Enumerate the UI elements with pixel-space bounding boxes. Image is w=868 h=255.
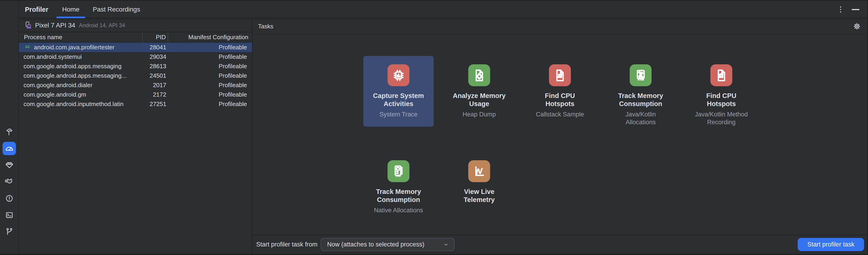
task-card-icon — [714, 68, 729, 83]
sidebar-item-icon — [5, 227, 14, 236]
tab-bar: Profiler Home Past Recordings — [19, 1, 867, 19]
task-card-system-trace[interactable]: Capture System Activities System Trace — [364, 56, 434, 127]
process-manifest-cell: Profileable — [168, 53, 252, 60]
task-card-subtitle: System Trace — [379, 110, 417, 119]
device-bar[interactable]: Pixel 7 API 34 Android 14, API 34 — [19, 19, 252, 32]
sidebar-item-build[interactable] — [3, 125, 16, 138]
process-row-systemui[interactable]: com.android.systemui 29034 Profileable — [19, 52, 252, 62]
process-name-cell: com.google.android.apps.messaging — [19, 63, 143, 70]
device-details: Android 14, API 34 — [79, 22, 125, 29]
task-card-callstack-sample[interactable]: Find CPU Hotspots Callstack Sample — [525, 56, 595, 127]
device-icon — [24, 21, 33, 30]
task-card-heap-dump[interactable]: Analyze Memory Usage Heap Dump — [444, 56, 515, 127]
task-card-grid: Capture System Activities System Trace A… — [364, 56, 756, 222]
task-card-title: Analyze Memory Usage — [449, 92, 509, 108]
process-name-cell: android.com.java.profilertester — [19, 43, 143, 52]
process-name-cell: com.google.android.gm — [19, 91, 143, 98]
task-card-title: Find CPU Hotspots — [691, 92, 751, 108]
task-card-icon — [472, 164, 487, 179]
task-card-live-telemetry[interactable]: View Live Telemetry — [444, 152, 515, 222]
process-manifest-cell: Profileable — [168, 82, 252, 89]
tab-home[interactable]: Home — [61, 1, 81, 18]
column-header-manifest-configuration[interactable]: Manifest Configuration — [168, 32, 252, 42]
profiler-tool-window: Profiler Home Past Recordings — [0, 0, 868, 255]
task-card-title: Find CPU Hotspots — [530, 92, 590, 108]
start-from-dropdown[interactable]: Now (attaches to selected process) — [321, 238, 455, 251]
process-pid-cell: 2172 — [143, 91, 168, 98]
task-card-icon — [391, 68, 406, 83]
task-card-subtitle: Java/Kotlin Method Recording — [692, 110, 750, 126]
process-pid-cell: 27251 — [143, 100, 168, 108]
minimize-icon[interactable] — [851, 9, 860, 10]
sidebar-item-icon — [5, 210, 14, 220]
task-card-icon-tile — [388, 64, 409, 86]
sidebar-item-terminal[interactable] — [3, 208, 16, 222]
task-card-icon-tile — [549, 64, 571, 86]
process-pid-cell: 28613 — [143, 63, 168, 70]
process-pid-cell: 24501 — [143, 72, 168, 79]
sidebar-item-app-quality-insights[interactable] — [3, 158, 16, 172]
process-table-rows: android.com.java.profilertester 28041 Pr… — [19, 43, 252, 254]
tool-window-stripe — [0, 1, 19, 254]
tasks-title: Tasks — [258, 23, 273, 30]
process-manifest-cell: Profileable — [168, 63, 252, 70]
sidebar-item-icon — [5, 127, 14, 137]
process-row-messaging-2[interactable]: com.google.android.apps.messaging... 245… — [19, 71, 252, 81]
task-card-icon-tile — [468, 160, 490, 182]
process-panel: Pixel 7 API 34 Android 14, API 34 Proces… — [19, 19, 252, 254]
task-card-icon — [472, 68, 487, 83]
task-card-icon-tile — [630, 64, 652, 86]
sidebar-item-icon — [5, 194, 14, 203]
gear-icon[interactable] — [852, 22, 862, 31]
process-manifest-cell: Profileable — [168, 91, 252, 98]
task-card-title: Capture System Activities — [368, 92, 429, 108]
task-card-subtitle: Native Allocations — [374, 206, 423, 215]
process-manifest-cell: Profileable — [168, 100, 252, 108]
process-row-inputmethod-latin[interactable]: com.google.android.inputmethod.latin 272… — [19, 99, 252, 109]
sidebar-item-icon — [5, 160, 14, 170]
process-pid-cell: 29034 — [143, 53, 168, 60]
sidebar-item-profiler[interactable] — [3, 142, 16, 155]
start-profiler-task-button[interactable]: Start profiler task — [798, 238, 864, 251]
task-card-native-allocations[interactable]: Track Memory Consumption Native Allocati… — [364, 152, 434, 222]
task-card-icon-tile — [388, 160, 409, 182]
process-name-cell: com.google.android.inputmethod.latin — [19, 100, 143, 108]
task-card-icon-tile — [711, 64, 733, 86]
process-name-cell: com.google.android.dialer — [19, 82, 143, 89]
tab-label: Past Recordings — [93, 6, 140, 13]
process-row-profilertester[interactable]: android.com.java.profilertester 28041 Pr… — [19, 43, 252, 52]
process-name-cell: com.android.systemui — [19, 53, 143, 60]
task-card-title: Track Memory Consumption — [368, 188, 429, 204]
task-card-icon-tile — [468, 64, 490, 86]
chevron-down-icon — [442, 241, 450, 248]
task-card-title: View Live Telemetry — [449, 188, 509, 204]
main-split: Pixel 7 API 34 Android 14, API 34 Proces… — [19, 19, 867, 254]
process-row-gm[interactable]: com.google.android.gm 2172 Profileable — [19, 90, 252, 99]
tasks-footer: Start profiler task from Now (attaches t… — [252, 235, 867, 254]
sidebar-item-problems[interactable] — [3, 192, 16, 205]
more-options-icon[interactable] — [836, 5, 845, 14]
process-row-dialer[interactable]: com.google.android.dialer 2017 Profileab… — [19, 81, 252, 90]
task-card-subtitle: Java/Kotlin Allocations — [612, 110, 670, 126]
sidebar-item-logcat[interactable] — [3, 175, 16, 188]
process-row-messaging[interactable]: com.google.android.apps.messaging 28613 … — [19, 62, 252, 71]
process-name-cell: com.google.android.apps.messaging... — [19, 72, 143, 79]
device-name: Pixel 7 API 34 — [35, 22, 75, 29]
task-card-icon — [553, 68, 567, 83]
start-from-dropdown-value: Now (attaches to selected process) — [327, 241, 442, 248]
task-card-method-recording[interactable]: Find CPU Hotspots Java/Kotlin Method Rec… — [686, 56, 756, 127]
tasks-body: Capture System Activities System Trace A… — [252, 34, 867, 235]
task-card-subtitle: Heap Dump — [463, 110, 496, 119]
column-header-process-name[interactable]: Process name — [19, 32, 143, 42]
process-pid-cell: 28041 — [143, 44, 168, 51]
sidebar-item-version-control[interactable] — [3, 225, 16, 238]
task-card-title: Track Memory Consumption — [611, 92, 671, 108]
column-header-pid[interactable]: PID — [143, 32, 168, 42]
android-robot-icon — [24, 43, 31, 52]
task-card-subtitle: Callstack Sample — [536, 110, 584, 119]
process-table-header: Process name PID Manifest Configuration — [19, 32, 252, 43]
process-manifest-cell: Profileable — [168, 44, 252, 51]
tab-past-recordings[interactable]: Past Recordings — [92, 1, 141, 18]
tasks-header: Tasks — [252, 19, 867, 34]
task-card-java-kotlin-allocations[interactable]: Track Memory Consumption Java/Kotlin All… — [606, 56, 676, 127]
